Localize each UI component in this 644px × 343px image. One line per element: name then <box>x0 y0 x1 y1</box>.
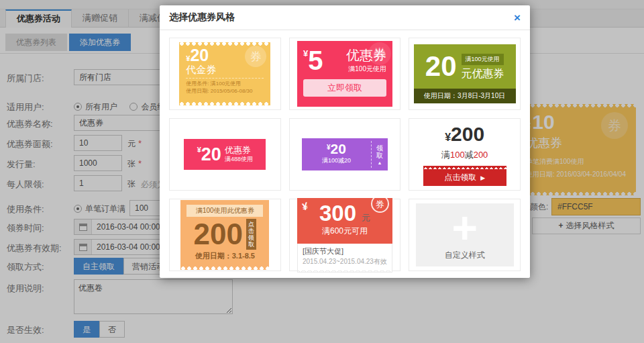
custom-style-label: 自定义样式 <box>445 250 485 261</box>
coupon-condition: 满488使用 <box>225 155 253 164</box>
coupon-style-card-purple[interactable]: ¥20 满100减20 领取 ▲ <box>289 118 401 191</box>
coupon-watermark-icon: 券 <box>368 42 391 65</box>
currency-symbol: ¥ <box>445 132 451 143</box>
coupon-amount: 20 <box>425 52 457 81</box>
coupon-amount: 300 <box>319 201 356 226</box>
modal-title: 选择优惠券风格 <box>169 11 514 23</box>
coupon-style-card-yellow[interactable]: ¥20 代金券 使用条件: 满100元使用 使用日期: 2015/05/06-0… <box>169 38 281 110</box>
coupon-date: 使用日期: 2015/05/06-08/30 <box>186 87 264 95</box>
coupon-amount: 20 <box>201 144 221 164</box>
click-claim-tag: 点击领取 <box>246 219 256 250</box>
coupon-rose: ¥5 优惠券 满100元使用 立即领取 券 <box>297 41 392 107</box>
claim-now-button[interactable]: 立即领取 <box>303 79 386 97</box>
coupon-style-modal: 选择优惠券风格 × ¥20 代金券 使用条件: 满100元使用 使用日期: 20… <box>160 5 530 278</box>
coupon-style-card-orange[interactable]: 满100使用此优惠券 200 点击领取 使用日期：3.1-8.5 <box>169 199 281 271</box>
modal-header: 选择优惠券风格 × <box>160 5 530 30</box>
coupon-purple: ¥20 满100减20 领取 ▲ <box>302 138 388 170</box>
close-icon[interactable]: × <box>514 12 521 23</box>
coupon-amount: 200 <box>451 123 484 145</box>
coupon-style-card-white-red[interactable]: ¥200 满100减200 点击领取▶ <box>409 118 521 191</box>
coupon-title: 优惠券 <box>225 146 253 155</box>
click-claim-button[interactable]: 点击领取▶ <box>423 169 506 186</box>
coupon-condition: 满100减200 <box>423 149 506 161</box>
plus-icon: + <box>451 209 478 246</box>
coupon-unit: 元 <box>362 209 370 223</box>
coupon-red-promo: ¥ 券 300元 满600元可用 [国庆节大促] 2015.04.23~2015… <box>297 198 392 273</box>
coupon-style-card-red-promo[interactable]: ¥ 券 300元 满600元可用 [国庆节大促] 2015.04.23~2015… <box>289 199 401 271</box>
coupon-style-card-rose-banner[interactable]: ¥20 优惠券 满488使用 <box>169 118 281 191</box>
coupon-date: 使用日期：3.1-8.5 <box>180 251 269 261</box>
coupon-date: 使用日期：3月8日-3月10日 <box>414 89 516 103</box>
coupon-condition-badge: 满100元使用 <box>462 54 504 65</box>
claim-label: 领取 <box>376 144 383 159</box>
coupon-orange: 满100使用此优惠券 200 点击领取 使用日期：3.1-8.5 <box>180 200 269 270</box>
triangle-right-icon: ▶ <box>480 175 485 181</box>
coupon-style-grid: ¥20 代金券 使用条件: 满100元使用 使用日期: 2015/05/06-0… <box>160 30 530 279</box>
coupon-olive: 20 满100元使用 元优惠券 使用日期：3月8日-3月10日 <box>414 44 516 103</box>
coupon-condition: 使用条件: 满100元使用 <box>186 80 264 87</box>
coupon-style-card-rose-claim[interactable]: ¥5 优惠券 满100元使用 立即领取 券 <box>289 38 401 110</box>
coupon-white-red: ¥200 满100减200 点击领取▶ <box>423 124 506 186</box>
custom-style-box: + 自定义样式 <box>416 203 514 266</box>
coupon-condition: 满100使用此优惠券 <box>186 205 263 217</box>
coupon-date: 2015.04.23~2015.04.23有效 <box>303 257 387 266</box>
coupon-yellow: ¥20 代金券 使用条件: 满100元使用 使用日期: 2015/05/06-0… <box>179 42 270 105</box>
coupon-rose-banner: ¥20 优惠券 满488使用 <box>184 139 266 170</box>
screen: 优惠券活动 满赠促销 满减促销 抢购活动 优惠券列表 添加优惠券 所属门店: 所… <box>0 0 644 343</box>
coupon-amount: 5 <box>308 46 323 75</box>
coupon-style-card-custom[interactable]: + 自定义样式 <box>409 199 521 271</box>
triangle-up-icon: ▲ <box>378 160 382 165</box>
coupon-style-card-olive[interactable]: 20 满100元使用 元优惠券 使用日期：3月8日-3月10日 <box>409 38 521 110</box>
coupon-title: 元优惠券 <box>462 67 504 81</box>
coupon-amount: 200 <box>194 218 243 250</box>
coupon-condition: 满100元使用 <box>346 64 386 74</box>
coupon-condition: 满100减20 <box>302 156 371 165</box>
coupon-condition: 满600元可用 <box>297 226 392 237</box>
coupon-amount: 20 <box>331 141 346 156</box>
coupon-campaign-name: [国庆节大促] <box>303 246 387 256</box>
coupon-amount: 20 <box>190 46 209 64</box>
